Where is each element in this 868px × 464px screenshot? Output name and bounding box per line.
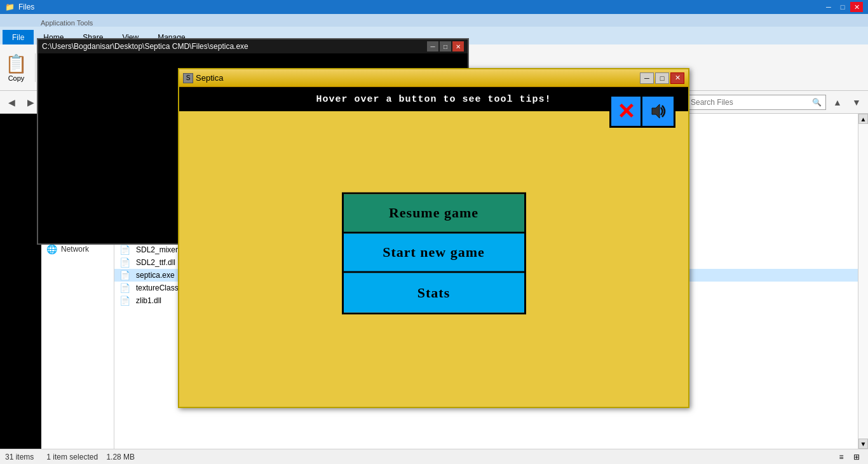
cmd-controls: ─ □ ✕	[427, 41, 464, 51]
close-button[interactable]: ✕	[850, 2, 863, 12]
exe-icon: 📄	[119, 270, 131, 280]
tiles-view-button[interactable]: ⊞	[850, 451, 863, 463]
cmd-minimize[interactable]: ─	[427, 41, 438, 51]
game-content: ✕ Resume game Start new game Stats Hove	[179, 87, 688, 407]
resume-game-button[interactable]: Resume game	[344, 194, 524, 233]
cmd-maximize[interactable]: □	[440, 41, 451, 51]
sound-button[interactable]	[642, 95, 675, 128]
cmd-close[interactable]: ✕	[452, 41, 464, 51]
game-window: S Septica ─ □ ✕ ✕	[178, 68, 689, 408]
maximize-button[interactable]: □	[836, 2, 849, 12]
x-icon: ✕	[617, 100, 635, 122]
game-title-controls: ─ □ ✕	[640, 72, 684, 84]
game-icons: ✕	[609, 95, 675, 128]
file-icon: 📄	[119, 296, 131, 306]
copy-label: Copy	[8, 74, 25, 82]
game-close-button[interactable]: ✕	[670, 72, 684, 84]
status-bar: 31 items 1 item selected 1.28 MB ≡ ⊞	[0, 449, 868, 464]
scroll-track	[858, 124, 868, 439]
game-minimize-button[interactable]: ─	[640, 72, 654, 84]
window-title: Files	[18, 3, 34, 11]
game-title-text: Septica	[196, 73, 223, 83]
game-title-left: S Septica	[183, 73, 223, 83]
game-window-icon: S	[183, 73, 193, 83]
game-tooltip-text: Hover over a button to see tool tips!	[316, 94, 551, 105]
right-scrollbar[interactable]: ▲ ▼	[858, 114, 868, 449]
back-button[interactable]: ◀	[4, 95, 19, 110]
details-view-button[interactable]: ≡	[835, 451, 848, 463]
scroll-up-button[interactable]: ▲	[830, 95, 845, 110]
item-count: 31 items	[5, 453, 34, 461]
cmd-title-text: C:\Users\Bogdanisar\Desktop\Septica CMD\…	[42, 42, 248, 51]
start-new-game-button[interactable]: Start new game	[344, 233, 524, 273]
game-title-bar: S Septica ─ □ ✕	[179, 69, 688, 87]
search-icon: 🔍	[812, 98, 822, 107]
selected-info: 1 item selected 1.28 MB	[46, 453, 135, 461]
network-icon: 🌐	[46, 244, 57, 254]
cpp-icon2: 📄	[119, 283, 131, 293]
cmd-title-bar: C:\Users\Bogdanisar\Desktop\Septica CMD\…	[38, 39, 468, 53]
app-tools-label: Application Tools	[41, 19, 93, 27]
scroll-down-button[interactable]: ▼	[849, 95, 864, 110]
scroll-down-arrow[interactable]: ▼	[858, 439, 868, 449]
minimize-button[interactable]: ─	[822, 2, 835, 12]
mute-button[interactable]: ✕	[609, 95, 642, 128]
game-maximize-button[interactable]: □	[655, 72, 669, 84]
file-icon: 📄	[119, 245, 131, 255]
copy-icon: 📋	[5, 53, 27, 74]
left-black-panel	[0, 114, 41, 449]
scroll-up-arrow[interactable]: ▲	[858, 114, 868, 124]
sidebar-label-network: Network	[61, 245, 89, 254]
game-menu: Resume game Start new game Stats	[342, 192, 526, 314]
folder-icon: 📁	[5, 3, 15, 11]
search-input[interactable]	[691, 98, 810, 107]
speaker-icon	[647, 100, 670, 123]
search-box: 🔍	[686, 95, 826, 110]
file-icon: 📄	[119, 257, 131, 268]
forward-button[interactable]: ▶	[23, 95, 38, 110]
stats-button[interactable]: Stats	[344, 273, 524, 312]
title-bar-left: 📁 Files	[5, 3, 34, 11]
title-bar: 📁 Files ─ □ ✕	[0, 0, 868, 14]
title-bar-controls: ─ □ ✕	[822, 2, 863, 12]
tab-file[interactable]: File	[3, 30, 34, 44]
view-controls: ≡ ⊞	[835, 451, 863, 463]
